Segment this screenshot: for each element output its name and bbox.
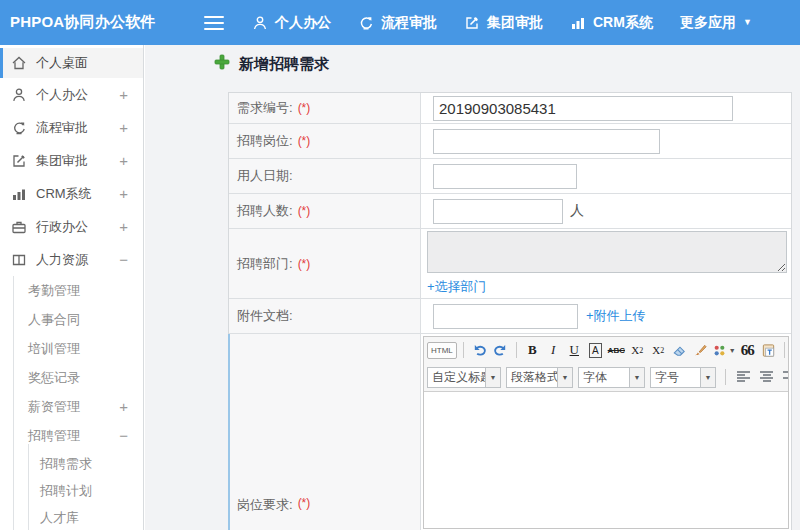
main-content: 新增招聘需求 需求编号: (*) 招聘岗位: (*) 用人 bbox=[145, 45, 800, 530]
collapse-icon[interactable]: − bbox=[119, 251, 128, 268]
top-bar: PHPOA协同办公软件 个人办公 流程审批 集团审批 CRM系统 bbox=[0, 0, 800, 45]
menu-toggle-icon[interactable] bbox=[204, 16, 224, 30]
paste-icon[interactable] bbox=[759, 340, 778, 360]
undo-icon[interactable] bbox=[470, 340, 489, 360]
department-textarea[interactable] bbox=[427, 231, 787, 273]
tree-guide-line bbox=[28, 444, 29, 530]
hire-date-input[interactable] bbox=[433, 164, 577, 189]
subscript-button[interactable]: X2 bbox=[649, 340, 668, 360]
chevron-down-icon: ▼ bbox=[743, 18, 752, 27]
eraser-icon[interactable] bbox=[670, 340, 689, 360]
align-center-icon[interactable] bbox=[758, 367, 776, 387]
format-brush-icon[interactable] bbox=[691, 340, 710, 360]
required-mark: (*) bbox=[298, 204, 311, 218]
expand-icon[interactable]: + bbox=[119, 185, 128, 202]
nav-label: 更多应用 bbox=[680, 14, 736, 32]
underline-button[interactable]: U bbox=[565, 340, 584, 360]
required-mark: (*) bbox=[298, 101, 311, 115]
sidebar-item-label: 招聘计划 bbox=[40, 482, 92, 500]
nav-label: CRM系统 bbox=[593, 14, 653, 32]
sidebar-item-attendance-mgmt[interactable]: 考勤管理 bbox=[0, 276, 143, 305]
sidebar-item-admin-office[interactable]: 行政办公 + bbox=[0, 210, 143, 243]
redo-icon[interactable] bbox=[491, 340, 510, 360]
attachment-input[interactable] bbox=[433, 304, 578, 329]
position-input[interactable] bbox=[433, 129, 660, 154]
color-palette-icon[interactable]: ▼ bbox=[712, 340, 736, 360]
attachment-upload-link[interactable]: +附件上传 bbox=[586, 307, 646, 325]
sidebar-item-label: 考勤管理 bbox=[28, 282, 80, 300]
form-row-demand-no: 需求编号: (*) bbox=[229, 93, 791, 124]
sidebar-item-recruit-mgmt[interactable]: 招聘管理 − bbox=[0, 421, 143, 450]
sidebar-item-crm-system[interactable]: CRM系统 + bbox=[0, 177, 143, 210]
expand-icon[interactable]: + bbox=[119, 152, 128, 169]
sidebar: 个人桌面 个人办公 + 流程审批 + 集团审批 + CRM系统 + 行政办公 + bbox=[0, 45, 144, 530]
top-nav: 个人办公 流程审批 集团审批 CRM系统 更多应用 ▼ bbox=[252, 14, 752, 32]
sidebar-item-label: 集团审批 bbox=[36, 152, 88, 170]
headcount-input[interactable] bbox=[433, 199, 563, 224]
expand-icon[interactable]: + bbox=[119, 119, 128, 136]
expand-icon[interactable]: + bbox=[119, 398, 128, 415]
form-row-headcount: 招聘人数: (*) 人 bbox=[229, 194, 791, 229]
superscript-button[interactable]: X2 bbox=[628, 340, 647, 360]
sidebar-item-talent-pool[interactable]: 人才库 bbox=[0, 504, 143, 530]
nav-label: 个人办公 bbox=[275, 14, 331, 32]
attachment-label: 附件文档: bbox=[237, 307, 293, 325]
hire-date-label: 用人日期: bbox=[237, 167, 293, 185]
nav-more-apps[interactable]: 更多应用 ▼ bbox=[680, 14, 752, 32]
font-family-select[interactable]: 字体 ▼ bbox=[578, 367, 645, 388]
bold-button[interactable]: B bbox=[523, 340, 542, 360]
expand-icon[interactable]: + bbox=[119, 218, 128, 235]
sidebar-item-recruit-demand[interactable]: 招聘需求 bbox=[0, 450, 143, 477]
editor-content-area[interactable] bbox=[424, 392, 788, 529]
demand-no-label: 需求编号: bbox=[237, 99, 293, 117]
demand-no-input[interactable] bbox=[433, 96, 733, 121]
sidebar-item-label: 招聘需求 bbox=[40, 455, 92, 473]
chevron-down-icon: ▼ bbox=[557, 368, 572, 387]
font-size-select[interactable]: 字号 ▼ bbox=[650, 367, 716, 388]
italic-button[interactable]: I bbox=[544, 340, 563, 360]
sidebar-item-personal-desktop[interactable]: 个人桌面 bbox=[0, 48, 143, 78]
sidebar-item-personal-office[interactable]: 个人办公 + bbox=[0, 78, 143, 111]
book-icon bbox=[11, 252, 27, 268]
chevron-down-icon: ▼ bbox=[485, 368, 500, 387]
form-row-attachment: 附件文档: +附件上传 bbox=[229, 299, 791, 334]
custom-heading-select[interactable]: 自定义标题 ▼ bbox=[427, 367, 501, 388]
sidebar-item-human-resources[interactable]: 人力资源 − bbox=[0, 243, 143, 276]
sidebar-item-hr-contract[interactable]: 人事合同 bbox=[0, 305, 143, 334]
sidebar-item-salary-mgmt[interactable]: 薪资管理 + bbox=[0, 392, 143, 421]
paragraph-format-select[interactable]: 段落格式 ▼ bbox=[506, 367, 573, 388]
expand-icon[interactable]: + bbox=[119, 86, 128, 103]
align-left-icon[interactable] bbox=[735, 367, 753, 387]
sidebar-item-label: 培训管理 bbox=[28, 340, 80, 358]
nav-personal-office[interactable]: 个人办公 bbox=[252, 14, 331, 32]
editor-toolbar-row1: HTML B I U A ABC X2 bbox=[424, 337, 788, 363]
nav-workflow-approval[interactable]: 流程审批 bbox=[358, 14, 437, 32]
sidebar-item-group-approval[interactable]: 集团审批 + bbox=[0, 144, 143, 177]
collapse-icon[interactable]: − bbox=[119, 427, 128, 444]
position-label: 招聘岗位: bbox=[237, 132, 293, 150]
rich-text-editor: HTML B I U A ABC X2 bbox=[423, 336, 789, 529]
home-icon bbox=[11, 55, 27, 71]
nav-crm-system[interactable]: CRM系统 bbox=[570, 14, 653, 32]
select-department-link[interactable]: +选择部门 bbox=[427, 278, 487, 296]
edit-square-icon bbox=[11, 153, 27, 169]
sidebar-item-reward-punish[interactable]: 奖惩记录 bbox=[0, 363, 143, 392]
strikethrough-button[interactable]: ABC bbox=[607, 340, 626, 360]
headcount-label: 招聘人数: bbox=[237, 202, 293, 220]
font-style-button[interactable]: A bbox=[586, 340, 605, 360]
form-row-job-requirements: 岗位要求: (*) HTML bbox=[229, 334, 791, 530]
sidebar-item-label: 人事合同 bbox=[28, 311, 80, 329]
nav-group-approval[interactable]: 集团审批 bbox=[464, 14, 543, 32]
sidebar-item-workflow-approval[interactable]: 流程审批 + bbox=[0, 111, 143, 144]
sidebar-item-label: 薪资管理 bbox=[28, 398, 80, 416]
sidebar-item-label: 招聘管理 bbox=[28, 427, 80, 445]
sidebar-item-training-mgmt[interactable]: 培训管理 bbox=[0, 334, 143, 363]
sidebar-item-recruit-plan[interactable]: 招聘计划 bbox=[0, 477, 143, 504]
align-right-icon[interactable] bbox=[781, 367, 788, 387]
blockquote-button[interactable]: 66 bbox=[738, 340, 757, 360]
required-mark: (*) bbox=[298, 134, 311, 148]
sidebar-item-label: CRM系统 bbox=[36, 185, 92, 203]
bar-chart-icon bbox=[11, 186, 27, 202]
add-plus-icon bbox=[214, 54, 230, 74]
html-source-button[interactable]: HTML bbox=[427, 342, 457, 359]
